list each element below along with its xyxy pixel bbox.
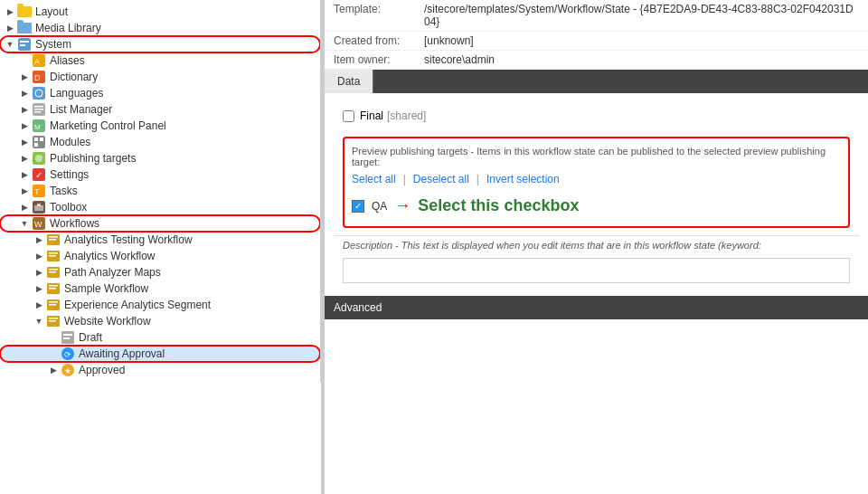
sidebar-item-list-manager[interactable]: ▶List Manager xyxy=(0,101,320,118)
sidebar-item-analytics-testing-workflow[interactable]: ▶Analytics Testing Workflow xyxy=(0,232,320,248)
sidebar-item-analytics-workflow[interactable]: ▶Analytics Workflow xyxy=(0,248,320,264)
desc-input[interactable] xyxy=(343,258,850,283)
arrow-sample-workflow[interactable]: ▶ xyxy=(33,284,45,293)
sidebar-item-dictionary[interactable]: ▶DDictionary xyxy=(0,69,320,85)
svg-rect-50 xyxy=(63,337,70,339)
created-from-value: [unknown] xyxy=(424,34,474,47)
sidebar-item-layout[interactable]: ▶Layout xyxy=(0,4,320,20)
label-website-workflow: Website Workflow xyxy=(64,315,151,328)
svg-rect-46 xyxy=(49,318,58,319)
svg-rect-31 xyxy=(49,236,58,238)
label-modules: Modules xyxy=(50,136,90,148)
label-experience-analytics-segment: Experience Analytics Segment xyxy=(64,299,211,311)
tab-data[interactable]: Data xyxy=(325,70,373,93)
svg-rect-27 xyxy=(37,204,41,206)
label-toolbox: Toolbox xyxy=(50,201,87,214)
sidebar-item-sample-workflow[interactable]: ▶Sample Workflow xyxy=(0,280,320,297)
arrow-analytics-workflow[interactable]: ▶ xyxy=(33,252,45,261)
svg-rect-1 xyxy=(20,41,29,43)
final-label: Final xyxy=(360,109,383,122)
qa-arrow-icon: → xyxy=(394,196,410,215)
arrow-toolbox[interactable]: ▶ xyxy=(18,203,31,212)
sidebar-item-marketing-control-panel[interactable]: ▶MMarketing Control Panel xyxy=(0,118,320,134)
qa-row: QA → Select this checkbox xyxy=(352,193,841,219)
svg-text:✓: ✓ xyxy=(35,170,42,180)
arrow-dictionary[interactable]: ▶ xyxy=(18,72,31,81)
arrow-settings[interactable]: ▶ xyxy=(18,170,31,179)
svg-rect-32 xyxy=(49,239,56,241)
svg-text:⟳: ⟳ xyxy=(64,350,71,359)
label-languages: Languages xyxy=(50,87,103,100)
sidebar-item-system[interactable]: ▼System xyxy=(0,36,320,52)
arrow-publishing-targets[interactable]: ▶ xyxy=(18,154,31,163)
arrow-website-workflow[interactable]: ▼ xyxy=(33,317,45,326)
arrow-approved[interactable]: ▶ xyxy=(47,366,60,375)
arrow-system[interactable]: ▼ xyxy=(4,40,16,49)
svg-rect-40 xyxy=(49,285,58,287)
icon-mcp: M xyxy=(31,119,47,132)
item-owner-label: Item owner: xyxy=(334,53,424,66)
label-analytics-workflow: Analytics Workflow xyxy=(64,250,155,262)
template-label: Template: xyxy=(334,3,424,15)
label-sample-workflow: Sample Workflow xyxy=(64,282,148,295)
label-layout: Layout xyxy=(35,5,68,18)
sidebar-item-publishing-targets[interactable]: ▶Publishing targets xyxy=(0,150,320,166)
qa-checkbox[interactable] xyxy=(352,200,364,213)
arrow-layout[interactable]: ▶ xyxy=(4,7,16,16)
label-workflows: Workflows xyxy=(50,217,99,230)
sidebar-item-path-analyzer-maps[interactable]: ▶Path Analyzer Maps xyxy=(0,264,320,280)
icon-workflows: W xyxy=(31,217,47,230)
invert-selection-link[interactable]: Invert selection xyxy=(486,173,560,185)
select-all-link[interactable]: Select all xyxy=(352,173,396,185)
arrow-list-manager[interactable]: ▶ xyxy=(18,105,31,114)
sidebar-item-modules[interactable]: ▶Modules xyxy=(0,134,320,150)
icon-draft xyxy=(60,331,76,344)
icon-folder xyxy=(16,6,33,17)
arrow-marketing-control-panel[interactable]: ▶ xyxy=(18,121,31,130)
label-list-manager: List Manager xyxy=(50,103,112,116)
arrow-experience-analytics-segment[interactable]: ▶ xyxy=(33,300,45,309)
sidebar-item-tasks[interactable]: ▶TTasks xyxy=(0,183,320,199)
icon-list xyxy=(31,103,47,116)
right-panel: Template: /sitecore/templates/System/Wor… xyxy=(325,0,868,494)
sidebar-item-settings[interactable]: ▶✓Settings xyxy=(0,166,320,183)
icon-approved: ★ xyxy=(60,364,76,376)
sidebar-item-draft[interactable]: Draft xyxy=(0,329,320,346)
item-owner-value: sitecore\admin xyxy=(424,53,495,66)
sidebar-item-workflows[interactable]: ▼WWorkflows xyxy=(0,215,320,232)
final-checkbox[interactable] xyxy=(343,110,354,122)
sidebar-item-media-library[interactable]: ▶Media Library xyxy=(0,20,320,36)
advanced-bar: Advanced xyxy=(325,296,868,319)
template-value: /sitecore/templates/System/Workflow/Stat… xyxy=(424,3,859,28)
svg-rect-2 xyxy=(20,44,25,46)
arrow-analytics-testing-workflow[interactable]: ▶ xyxy=(33,235,45,244)
arrow-modules[interactable]: ▶ xyxy=(18,138,31,147)
deselect-all-link[interactable]: Deselect all xyxy=(413,173,469,185)
sidebar-item-toolbox[interactable]: ▶Toolbox xyxy=(0,199,320,215)
label-draft: Draft xyxy=(79,331,102,344)
section-content: Final [shared] Preview publishing target… xyxy=(325,93,868,296)
label-dictionary: Dictionary xyxy=(50,71,98,83)
arrow-media-library[interactable]: ▶ xyxy=(4,24,16,33)
sidebar-item-aliases[interactable]: AAliases xyxy=(0,52,320,69)
svg-rect-11 xyxy=(34,109,43,110)
svg-text:A: A xyxy=(34,57,40,66)
svg-text:D: D xyxy=(34,73,41,82)
final-shared: [shared] xyxy=(387,109,426,122)
item-owner-row: Item owner: sitecore\admin xyxy=(325,51,868,70)
arrow-path-analyzer-maps[interactable]: ▶ xyxy=(33,268,45,277)
svg-rect-49 xyxy=(63,334,72,336)
icon-aliases: A xyxy=(31,54,47,67)
sidebar-item-experience-analytics-segment[interactable]: ▶Experience Analytics Segment xyxy=(0,297,320,313)
icon-wf-item xyxy=(45,299,61,311)
icon-wf-item xyxy=(45,282,61,295)
sidebar-item-website-workflow[interactable]: ▼Website Workflow xyxy=(0,313,320,329)
left-panel: ▶Layout▶Media Library▼SystemAAliases▶DDi… xyxy=(0,0,321,382)
sidebar-item-languages[interactable]: ▶Languages xyxy=(0,85,320,101)
arrow-tasks[interactable]: ▶ xyxy=(18,186,31,195)
svg-text:W: W xyxy=(34,220,42,229)
sidebar-item-approved[interactable]: ▶★Approved xyxy=(0,362,320,378)
sidebar-item-awaiting-approval[interactable]: ⟳Awaiting Approval xyxy=(0,346,320,362)
arrow-languages[interactable]: ▶ xyxy=(18,89,31,98)
arrow-workflows[interactable]: ▼ xyxy=(18,219,31,228)
